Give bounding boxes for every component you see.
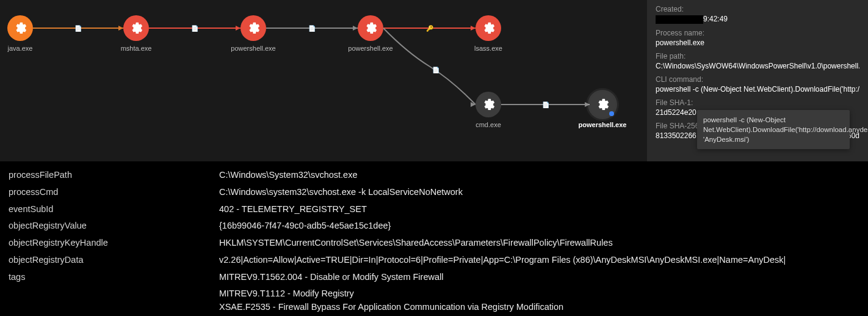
process-node-powershell-exe[interactable]: powershell.exe	[343, 15, 398, 52]
node-label: powershell.exe	[579, 121, 627, 128]
process-node-mshta-exe[interactable]: mshta.exe	[109, 15, 164, 52]
prop-objectRegistryValue: objectRegistryValue {16b99046-7f47-49c0-…	[9, 219, 859, 233]
prop-processFilePath: processFilePath C:\Windows\System32\svch…	[9, 169, 859, 182]
edge-icon: 📄	[74, 24, 82, 32]
process-node-lsass-exe[interactable]: lsass.exe	[461, 15, 516, 52]
node-label: powershell.exe	[348, 45, 392, 52]
detail-file-path: File path: C:\Windows\SysWOW64\WindowsPo…	[656, 52, 859, 70]
detail-created: Created: 9:42:49	[656, 5, 859, 24]
node-label: java.exe	[8, 45, 33, 52]
prop-eventSubId: eventSubId 402 - TELEMETRY_REGISTRY_SET	[9, 203, 859, 216]
gear-icon[interactable]	[241, 15, 266, 41]
node-label: powershell.exe	[231, 45, 275, 52]
process-node-powershell-exe[interactable]: powershell.exe	[226, 15, 281, 52]
gear-icon[interactable]	[590, 92, 615, 117]
process-node-java-exe[interactable]: java.exe	[0, 15, 48, 52]
process-node-cmd-exe[interactable]: cmd.exe	[461, 92, 516, 128]
gear-icon[interactable]	[476, 15, 501, 41]
edge-icon: 📄	[542, 101, 550, 109]
node-label: mshta.exe	[121, 45, 152, 52]
gear-icon[interactable]	[7, 15, 33, 41]
edge-icon: 📄	[308, 24, 316, 32]
edge-icon: 📄	[432, 66, 440, 74]
edge-icon: 📄	[191, 24, 199, 32]
properties-panel: processFilePath C:\Windows\System32\svch…	[0, 161, 868, 316]
gear-icon[interactable]	[476, 92, 501, 117]
node-label: lsass.exe	[474, 45, 502, 52]
edge-icon: 🔑	[426, 24, 434, 32]
gear-icon[interactable]	[123, 15, 149, 41]
prop-tags: tags MITREV9.T1562.004 - Disable or Modi…	[9, 271, 859, 284]
detail-process-name: Process name: powershell.exe	[656, 29, 859, 47]
prop-objectRegistryData: objectRegistryData v2.26|Action=Allow|Ac…	[9, 254, 859, 267]
prop-processCmd: processCmd C:\Windows\system32\svchost.e…	[9, 186, 859, 199]
prop-objectRegistryKeyHandle: objectRegistryKeyHandle HKLM\SYSTEM\Curr…	[9, 237, 859, 250]
node-label: cmd.exe	[476, 121, 501, 128]
redacted-block	[656, 15, 703, 24]
gear-icon[interactable]	[358, 15, 383, 41]
detail-cli: CLI command: powershell -c (New-Object N…	[656, 75, 859, 94]
cli-tooltip: powershell -c (New-Object Net.WebClient)…	[697, 110, 850, 149]
process-node-powershell-exe[interactable]: powershell.exe	[575, 92, 630, 128]
